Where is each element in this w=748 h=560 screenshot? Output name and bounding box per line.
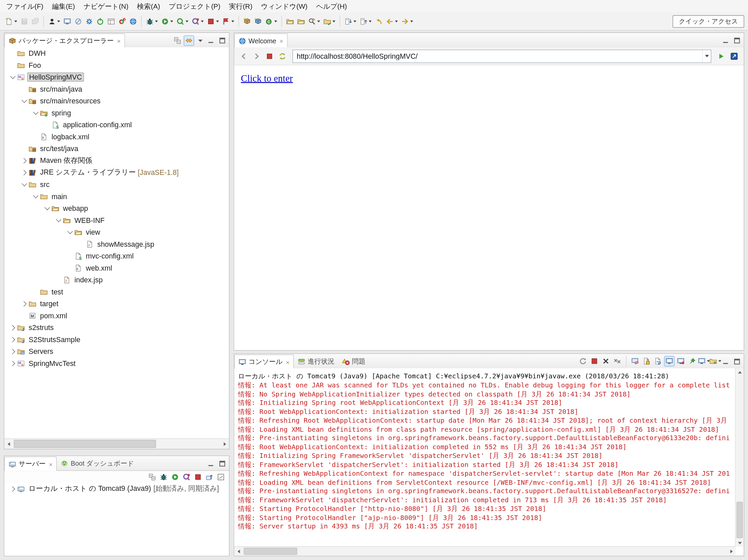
chevron-down-icon[interactable] bbox=[32, 109, 40, 117]
show-console-on-stdout-button[interactable] bbox=[664, 356, 675, 366]
maximize-icon[interactable] bbox=[732, 356, 742, 367]
scroll-left-icon[interactable] bbox=[4, 439, 13, 449]
open-task-button[interactable] bbox=[322, 15, 337, 28]
tree-item[interactable]: main bbox=[4, 190, 229, 203]
dropdown-arrow-icon[interactable] bbox=[332, 20, 335, 22]
skip-all-breakpoints-button[interactable] bbox=[73, 15, 83, 28]
chevron-right-icon[interactable] bbox=[21, 168, 28, 176]
tree-item[interactable]: MSHelloSpringMVC bbox=[4, 71, 229, 83]
menu-item[interactable]: ヘルプ(H) bbox=[312, 0, 351, 13]
chevron-down-icon[interactable] bbox=[9, 73, 17, 81]
scroll-right-icon[interactable] bbox=[727, 546, 735, 556]
run-button[interactable] bbox=[160, 15, 174, 28]
preferences-button[interactable] bbox=[84, 15, 94, 28]
search-button[interactable] bbox=[307, 15, 322, 28]
quick-access-box[interactable]: クイック・アクセス bbox=[673, 15, 744, 27]
launch-devtools-button[interactable] bbox=[95, 15, 106, 28]
show-console-on-stderr-button[interactable] bbox=[676, 356, 686, 366]
link-with-editor-button[interactable] bbox=[184, 35, 194, 46]
tree-item[interactable]: Mpom.xml bbox=[4, 309, 229, 322]
chevron-right-icon[interactable] bbox=[9, 359, 17, 367]
tree-item[interactable]: WEB-INF bbox=[4, 214, 229, 226]
tree-item[interactable]: DWH bbox=[4, 47, 229, 60]
close-icon[interactable] bbox=[116, 37, 121, 45]
scroll-down-icon[interactable] bbox=[735, 539, 744, 547]
tree-item[interactable]: target bbox=[4, 298, 229, 310]
chevron-right-icon[interactable] bbox=[9, 324, 17, 331]
menu-item[interactable]: ウィンドウ(W) bbox=[257, 0, 312, 13]
restart-console-button[interactable] bbox=[578, 356, 588, 366]
dropdown-arrow-icon[interactable] bbox=[410, 20, 413, 22]
clean-server-button[interactable] bbox=[215, 472, 226, 482]
profile-server-button[interactable] bbox=[181, 472, 192, 482]
close-icon[interactable] bbox=[279, 37, 283, 45]
debug-button[interactable] bbox=[145, 15, 160, 28]
forward-button[interactable] bbox=[400, 15, 415, 28]
run-last-launched-button[interactable] bbox=[221, 15, 236, 28]
open-console-button[interactable] bbox=[710, 356, 720, 366]
tree-item[interactable]: Js2struts bbox=[4, 322, 229, 334]
tree-item[interactable]: view bbox=[4, 226, 229, 238]
chevron-down-icon[interactable] bbox=[21, 181, 28, 188]
scroll-left-icon[interactable] bbox=[234, 546, 243, 556]
tree-item[interactable]: Foo bbox=[4, 59, 229, 71]
coverage-session-button[interactable]: 1 bbox=[117, 15, 127, 28]
new-dynamic-web-project-button[interactable] bbox=[253, 15, 263, 28]
console-output[interactable]: ローカル・ホスト の Tomcat9 (Java9) [Apache Tomca… bbox=[234, 368, 735, 546]
back-button[interactable] bbox=[384, 15, 399, 28]
tree-item[interactable]: Sspring bbox=[4, 107, 229, 119]
publish-server-button[interactable] bbox=[204, 472, 214, 482]
remove-launch-button[interactable] bbox=[601, 356, 611, 366]
chevron-down-icon[interactable] bbox=[43, 205, 51, 212]
user-account-button[interactable] bbox=[47, 15, 62, 28]
scroll-thumb[interactable] bbox=[14, 440, 156, 448]
tree-item[interactable]: MSSpringMvcTest bbox=[4, 357, 229, 369]
word-wrap-button[interactable] bbox=[653, 356, 663, 366]
menu-item[interactable]: 実行(R) bbox=[225, 0, 257, 13]
chevron-right-icon[interactable] bbox=[21, 157, 28, 164]
nav-refresh-button[interactable] bbox=[277, 50, 288, 62]
dropdown-arrow-icon[interactable] bbox=[231, 20, 234, 22]
dropdown-arrow-icon[interactable] bbox=[201, 20, 204, 22]
clear-console-button[interactable] bbox=[630, 356, 640, 366]
stop-server-button[interactable] bbox=[193, 472, 203, 482]
menu-item[interactable]: 編集(E) bbox=[48, 0, 79, 13]
tree-item[interactable]: src/main/resources bbox=[4, 95, 229, 107]
tree-item[interactable]: Jindex.jsp bbox=[4, 274, 229, 286]
close-icon[interactable] bbox=[285, 358, 290, 366]
tree-item[interactable]: JRE システム・ライブラリー [JavaSE-1.8] bbox=[4, 166, 229, 179]
console-tab[interactable]: コンソール bbox=[234, 354, 294, 369]
coverage-button[interactable] bbox=[175, 15, 190, 28]
tree-item[interactable]: Xweb.xml bbox=[4, 262, 229, 274]
url-input[interactable] bbox=[293, 52, 702, 60]
new-class-button[interactable]: C bbox=[264, 15, 279, 28]
scroll-right-icon[interactable] bbox=[220, 439, 229, 449]
terminate-console-button[interactable] bbox=[589, 356, 600, 366]
scroll-up-icon[interactable] bbox=[735, 368, 744, 376]
minimize-icon[interactable] bbox=[206, 35, 216, 46]
profile-button[interactable] bbox=[190, 15, 205, 28]
minimize-icon[interactable] bbox=[721, 356, 731, 367]
servers-tab[interactable]: Boot ダッシュボード bbox=[57, 457, 138, 470]
tree-item[interactable]: src/test/java bbox=[4, 143, 229, 155]
chevron-right-icon[interactable] bbox=[21, 300, 28, 307]
console-hscrollbar[interactable] bbox=[234, 546, 735, 556]
display-selected-console-button[interactable] bbox=[698, 356, 709, 366]
remove-all-launches-button[interactable] bbox=[612, 356, 623, 366]
terminate-button[interactable] bbox=[206, 15, 220, 28]
menu-item[interactable]: ナビゲート(N) bbox=[79, 0, 133, 13]
tree-item[interactable]: src/main/java bbox=[4, 83, 229, 95]
menu-item[interactable]: プロジェクト(P) bbox=[164, 0, 225, 13]
tree-item[interactable]: Sapplication-config.xml bbox=[4, 119, 229, 131]
menu-item[interactable]: ファイル(F) bbox=[2, 0, 48, 13]
chevron-right-icon[interactable] bbox=[9, 336, 17, 344]
dropdown-arrow-icon[interactable] bbox=[274, 20, 277, 22]
minimize-icon[interactable] bbox=[721, 35, 731, 46]
nav-go-button[interactable] bbox=[716, 50, 727, 62]
url-dropdown-icon[interactable] bbox=[702, 50, 711, 62]
next-annotation-button[interactable] bbox=[343, 15, 358, 28]
collapse-all-button[interactable] bbox=[172, 35, 183, 46]
dropdown-arrow-icon[interactable] bbox=[15, 20, 18, 22]
dropdown-arrow-icon[interactable] bbox=[395, 20, 398, 22]
open-console-view-button[interactable] bbox=[62, 15, 72, 28]
